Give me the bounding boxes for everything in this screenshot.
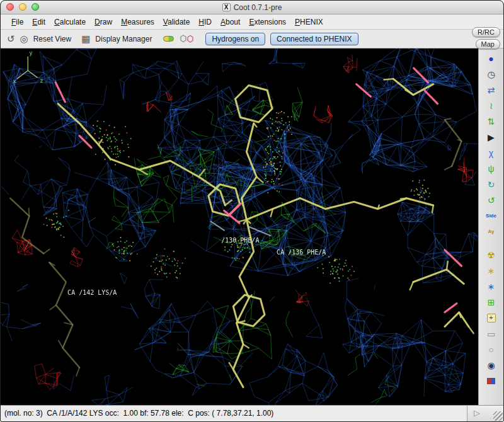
x11-icon: X bbox=[222, 3, 231, 11]
add-terminal-residue-icon[interactable]: + bbox=[483, 310, 500, 326]
minimize-button[interactable] bbox=[19, 3, 26, 11]
menu-validate[interactable]: Validate bbox=[159, 16, 195, 28]
menu-measures[interactable]: Measures bbox=[117, 16, 159, 28]
display-manager-button[interactable]: Display Manager bbox=[95, 35, 152, 43]
side-buttons: R/RC Map bbox=[472, 27, 500, 49]
clear-pending-picks-icon[interactable]: ○ bbox=[483, 341, 500, 357]
rotate-translate-zone-icon[interactable]: ≀ bbox=[483, 98, 500, 113]
refine-restraints-icon[interactable]: ☢ bbox=[483, 247, 500, 263]
main-toolbar: ↺ ◎ Reset View ▦ Display Manager Hydroge… bbox=[1, 30, 503, 48]
target-icon[interactable]: ◎ bbox=[20, 34, 28, 43]
sidechain-flip-icon[interactable]: Side bbox=[483, 208, 500, 224]
phenix-connection-button[interactable]: Connected to PHENIX bbox=[270, 33, 358, 45]
rigid-body-fit-icon[interactable]: ⇄ bbox=[483, 82, 500, 98]
sidechain-180-flip-icon[interactable]: ↺ bbox=[483, 192, 500, 208]
menu-edit[interactable]: Edit bbox=[28, 16, 50, 28]
display-manager-icon: ▦ bbox=[81, 34, 90, 43]
add-alt-conf-icon[interactable]: ∗ bbox=[483, 278, 500, 294]
refresh-icon[interactable]: ↺ bbox=[7, 34, 15, 43]
menu-about[interactable]: About bbox=[216, 16, 244, 28]
resize-grip[interactable] bbox=[493, 411, 503, 421]
auto-fit-rotamer-icon[interactable]: ⇅ bbox=[483, 113, 500, 129]
flip-peptide-icon[interactable]: ↻ bbox=[483, 176, 500, 192]
go-to-atom-icon[interactable] bbox=[163, 36, 174, 42]
titlebar[interactable]: X Coot 0.7.1-pre bbox=[1, 1, 503, 14]
window-controls bbox=[6, 3, 39, 11]
close-button[interactable] bbox=[6, 3, 14, 11]
menu-extensions[interactable]: Extensions bbox=[244, 16, 290, 28]
ligand-icon[interactable] bbox=[180, 34, 194, 43]
bottom-right-panel: ▷ bbox=[467, 406, 503, 421]
spin-search-icon[interactable]: ∗ bbox=[483, 263, 500, 278]
edit-chi-angles-icon[interactable]: χ bbox=[483, 145, 500, 161]
map-button[interactable]: Map bbox=[476, 39, 500, 49]
torsion-general-icon[interactable]: ψ bbox=[483, 161, 500, 176]
menu-draw[interactable]: Draw bbox=[90, 16, 117, 28]
rotamers-icon[interactable]: ▶ bbox=[483, 129, 500, 145]
menu-calculate[interactable]: Calculate bbox=[50, 16, 90, 28]
status-text: (mol. no: 3) CA /1/A/142 LYS occ: 1.00 b… bbox=[1, 406, 467, 421]
rrc-button[interactable]: R/RC bbox=[472, 27, 500, 37]
delete-item-icon[interactable]: ▭ bbox=[483, 326, 500, 341]
bottom-bar: (mol. no: 3) CA /1/A/142 LYS occ: 1.00 b… bbox=[1, 405, 503, 421]
hydrogens-toggle-button[interactable]: Hydrogens on bbox=[205, 33, 265, 45]
zoom-button[interactable] bbox=[32, 3, 39, 11]
modelling-toolbar: ●◷⇄≀⇅▶χψ↻↺SideAy☢∗∗⊞+▭○◉ bbox=[478, 48, 503, 405]
menu-hid[interactable]: HID bbox=[194, 16, 216, 28]
add-water-icon[interactable]: ⊞ bbox=[483, 294, 500, 310]
reset-view-button[interactable]: Reset View bbox=[33, 35, 71, 43]
play-icon[interactable]: ▷ bbox=[474, 408, 480, 418]
ligand-builder-icon[interactable] bbox=[483, 373, 500, 389]
mutate-residue-icon[interactable]: Ay bbox=[483, 224, 500, 239]
go-to-ligand-icon[interactable]: ◉ bbox=[483, 357, 500, 373]
regularize-zone-icon[interactable]: ◷ bbox=[483, 66, 500, 82]
real-space-refine-icon[interactable]: ● bbox=[483, 50, 500, 66]
window-title: Coot 0.7.1-pre bbox=[234, 3, 282, 12]
coot-window: X Coot 0.7.1-pre FileEditCalculateDrawMe… bbox=[0, 0, 504, 422]
molecular-viewport[interactable] bbox=[1, 48, 478, 405]
menu-file[interactable]: File bbox=[7, 16, 28, 28]
menubar: FileEditCalculateDrawMeasuresValidateHID… bbox=[1, 14, 503, 30]
menu-phenix[interactable]: PHENIX bbox=[290, 16, 328, 28]
